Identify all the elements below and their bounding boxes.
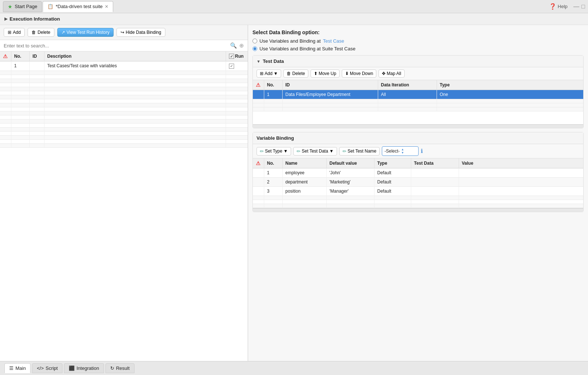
vb-table-row[interactable] [253, 200, 583, 204]
td-add-button[interactable]: ⊞ Add ▼ [257, 69, 281, 78]
radio-group: Use Variables and Binding at Test Case U… [252, 38, 584, 51]
vb-row1-value [459, 168, 583, 178]
vb-table-row[interactable]: 3 position 'Manager' Default [253, 187, 583, 196]
var-binding-header: Variable Binding [253, 132, 583, 144]
table-row[interactable] [0, 91, 248, 95]
td-error-col: ⚠ [256, 82, 261, 88]
vb-table-row[interactable]: 1 employee 'John' Default [253, 168, 583, 178]
test-data-table: ⚠ No. ID Data Iteration Type 1 [253, 80, 583, 111]
main-tab-icon: ☰ [9, 365, 14, 371]
radio-1-label: Use Variables and Binding at [259, 38, 321, 44]
add-button[interactable]: ⊞ Add [4, 28, 25, 37]
view-history-button[interactable]: ↗ View Test Run History [57, 28, 114, 37]
td-map-all-button[interactable]: ✥ Map All [379, 69, 404, 78]
td-move-up-button[interactable]: ⬆ Move Up [311, 69, 340, 78]
vb-row1-type: Default [374, 168, 411, 178]
table-row[interactable] [0, 131, 248, 135]
tab-integration[interactable]: ⬛ Integration [64, 363, 104, 373]
result-tab-label: Result [116, 365, 130, 371]
delete-button[interactable]: 🗑 Delete [28, 28, 54, 37]
delete-label: Delete [37, 30, 50, 35]
integration-tab-icon: ⬛ [69, 365, 75, 371]
tab-result[interactable]: ↻ Result [105, 363, 135, 373]
td-up-icon: ⬆ [314, 71, 318, 76]
set-test-data-button[interactable]: ✏ Set Test Data ▼ [293, 147, 337, 156]
td-table-row[interactable] [253, 107, 583, 111]
table-row[interactable] [0, 71, 248, 75]
td-move-down-button[interactable]: ⬇ Move Down [342, 69, 376, 78]
td-add-label: Add [265, 71, 272, 76]
tab-data-suite[interactable]: 📋 *Data-driven test suite ✕ [43, 1, 113, 12]
td-table-row[interactable] [253, 99, 583, 103]
bottom-tabs: ☰ Main </> Script ⬛ Integration ↻ Result [0, 361, 588, 375]
minimize-icon[interactable]: — [573, 3, 579, 10]
tab-close-icon[interactable]: ✕ [105, 4, 108, 9]
search-input[interactable] [4, 43, 228, 49]
info-icon[interactable]: ℹ [421, 148, 423, 154]
history-icon: ↗ [61, 30, 65, 35]
vb-row3-type: Default [374, 187, 411, 196]
var-binding-scrollbar[interactable] [253, 208, 583, 212]
run-check-all[interactable]: ✓ [229, 54, 234, 59]
test-data-scrollbar[interactable] [253, 124, 583, 128]
table-row[interactable] [0, 115, 248, 119]
td-move-down-label: Move Down [350, 71, 373, 76]
panels: ⊞ Add 🗑 Delete ↗ View Test Run History ↪… [0, 25, 588, 361]
search-plus-icon[interactable]: ⊕ [239, 42, 244, 49]
table-row[interactable] [0, 127, 248, 131]
set-td-icon: ✏ [297, 149, 301, 154]
table-row[interactable] [0, 143, 248, 147]
vb-row3-testdata [411, 187, 459, 196]
vb-col-testdata: Test Data [411, 158, 459, 168]
table-row[interactable] [0, 75, 248, 79]
test-data-header: ▼ Test Data [253, 56, 583, 67]
table-row[interactable] [0, 95, 248, 99]
td-table-row[interactable] [253, 103, 583, 107]
view-history-label: View Test Run History [67, 30, 110, 35]
help-icon: ❓ [549, 3, 556, 10]
table-row[interactable] [0, 79, 248, 83]
td-table-row[interactable]: 1 Data Files/Employee Department All One [253, 90, 583, 99]
radio-input-1[interactable] [252, 39, 257, 43]
add-label: Add [13, 30, 21, 35]
exec-collapse-arrow[interactable]: ▶ [4, 17, 7, 21]
table-row[interactable] [0, 139, 248, 143]
maximize-icon[interactable]: □ [581, 3, 585, 10]
row-run-check[interactable]: ✓ [229, 64, 234, 69]
set-test-name-button[interactable]: ✏ Set Test Name [339, 147, 380, 156]
vb-table-row[interactable]: 2 department 'Marketing' Default [253, 178, 583, 187]
table-row[interactable] [0, 83, 248, 87]
radio-option-1[interactable]: Use Variables and Binding at Test Case [252, 38, 584, 44]
left-toolbar: ⊞ Add 🗑 Delete ↗ View Test Run History ↪… [0, 25, 248, 40]
table-row[interactable] [0, 103, 248, 107]
table-row[interactable] [0, 87, 248, 91]
td-delete-button[interactable]: 🗑 Delete [283, 69, 308, 78]
help-button[interactable]: ❓ Help [549, 3, 568, 10]
trash-icon: 🗑 [32, 30, 36, 35]
set-type-icon: ✏ [260, 149, 264, 154]
select-dropdown[interactable]: -Select- ▲▼ [382, 146, 419, 156]
vb-col-default: Default value [326, 158, 374, 168]
table-row[interactable] [0, 111, 248, 115]
table-row[interactable] [0, 119, 248, 123]
test-case-link[interactable]: Test Case [323, 38, 344, 44]
set-type-button[interactable]: ✏ Set Type ▼ [257, 147, 291, 156]
tab-script[interactable]: </> Script [32, 363, 62, 373]
table-row[interactable] [0, 135, 248, 139]
test-data-collapse-arrow[interactable]: ▼ [257, 59, 261, 64]
vb-table-row[interactable] [253, 204, 583, 208]
tab-start-page[interactable]: ★ Start Page [3, 1, 42, 12]
left-panel: ⊞ Add 🗑 Delete ↗ View Test Run History ↪… [0, 25, 248, 361]
radio-option-2[interactable]: Use Variables and Binding at Suite Test … [252, 46, 584, 51]
select-value: -Select- [384, 149, 399, 154]
vb-col-name: Name [282, 158, 326, 168]
vb-table-row[interactable] [253, 196, 583, 200]
hide-binding-button[interactable]: ↪ Hide Data Binding [116, 28, 165, 37]
tab-main[interactable]: ☰ Main [4, 363, 31, 373]
table-row[interactable] [0, 99, 248, 103]
radio-input-2[interactable] [252, 46, 257, 51]
search-icon: 🔍 [230, 42, 237, 49]
table-row[interactable]: 1 Test Cases/Test case with variables ✓ [0, 61, 248, 71]
table-row[interactable] [0, 123, 248, 127]
table-row[interactable] [0, 107, 248, 111]
